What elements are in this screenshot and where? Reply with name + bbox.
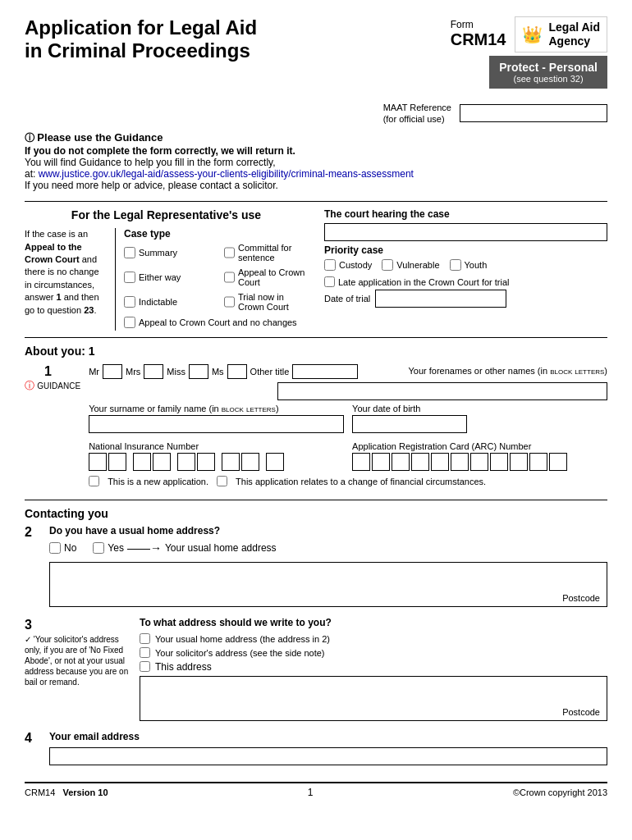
arc-box-9[interactable] xyxy=(510,453,528,471)
q3-opt3-row: This address xyxy=(140,661,607,673)
label-solicitor-addr: Your solicitor's address (see the side n… xyxy=(155,648,325,658)
arc-box-2[interactable] xyxy=(372,453,390,471)
checkbox-new-app[interactable] xyxy=(89,476,99,486)
checkbox-custody[interactable] xyxy=(324,259,336,271)
guidance-title-row: ⓘ Please use the Guidance xyxy=(25,131,607,145)
checkbox-change[interactable] xyxy=(217,476,227,486)
case-type-title: Case type xyxy=(124,228,308,240)
arc-box-8[interactable] xyxy=(490,453,508,471)
box-mrs[interactable] xyxy=(144,364,163,379)
checkbox-youth[interactable] xyxy=(450,259,461,271)
checkbox-trial-crown[interactable] xyxy=(224,296,235,308)
guidance-icon-q1[interactable]: ⓘ GUIDANCE xyxy=(25,379,80,393)
forenames-input[interactable] xyxy=(277,382,607,400)
protect-subtitle: (see question 32) xyxy=(499,74,598,84)
guidance-link[interactable]: www.justice.gov.uk/legal-aid/assess-your… xyxy=(39,168,414,180)
guidance-line3: If you need more help or advice, please … xyxy=(25,180,607,191)
q2-row: 2 Do you have a usual home address? No Y… xyxy=(25,525,607,607)
dob-section: Your date of birth xyxy=(352,404,607,436)
q3-address-input[interactable] xyxy=(140,677,607,720)
about-you-section: About you: 1 1 ⓘ GUIDANCE Mr Mrs Miss Ms… xyxy=(25,345,607,493)
q3-side: 3 ✓ 'Your solicitor's address only, if y… xyxy=(25,617,131,721)
label-vulnerable: Vulnerable xyxy=(396,260,439,270)
q4-content: Your email address xyxy=(49,731,607,769)
checkbox-either-way[interactable] xyxy=(124,272,135,283)
ni-box-5[interactable] xyxy=(177,453,195,471)
label-this-address: This address xyxy=(155,661,212,673)
maat-input[interactable] xyxy=(460,104,607,122)
case-type-summary: Summary xyxy=(124,243,208,262)
checkbox-yes-address[interactable] xyxy=(93,542,104,554)
q4-email-input[interactable] xyxy=(49,747,607,765)
ni-box-8[interactable] xyxy=(241,453,259,471)
priority-youth: Youth xyxy=(450,259,488,271)
checkbox-indictable[interactable] xyxy=(124,296,135,308)
surname-input[interactable] xyxy=(89,415,344,433)
priority-custody: Custody xyxy=(324,259,372,271)
q3-side-note: ✓ 'Your solicitor's address only, if you… xyxy=(25,634,131,687)
dob-input[interactable] xyxy=(352,415,467,433)
other-title-input[interactable] xyxy=(292,364,358,379)
date-trial-input[interactable] xyxy=(375,290,506,308)
ni-box-3[interactable] xyxy=(133,453,151,471)
checkbox-no-address[interactable] xyxy=(49,542,61,554)
postcode-label-q2: Postcode xyxy=(562,593,600,603)
appeal-note: If the case is an Appeal to the Crown Co… xyxy=(25,228,107,331)
checkbox-committal[interactable] xyxy=(224,247,235,258)
arc-box-3[interactable] xyxy=(392,453,410,471)
checkbox-summary[interactable] xyxy=(124,247,135,258)
contacting-title: Contacting you xyxy=(25,507,607,520)
label-trial-crown: Trial now in Crown Court xyxy=(238,292,308,312)
legal-rep-title: For the Legal Representative's use xyxy=(25,208,308,221)
ni-box-6[interactable] xyxy=(197,453,215,471)
q2-label: Do you have a usual home address? xyxy=(49,525,607,536)
box-mr[interactable] xyxy=(103,364,122,379)
new-app-row: This is a new application. This applicat… xyxy=(89,476,607,486)
checkbox-appeal-crown[interactable] xyxy=(224,272,235,283)
home-address-box[interactable]: Postcode xyxy=(49,562,607,607)
arc-box-5[interactable] xyxy=(431,453,449,471)
guidance-title: Please use the Guidance xyxy=(37,131,163,144)
court-section: The court hearing the case Priority case… xyxy=(324,208,607,331)
q2-yes-row: Yes ——→ Your usual home address xyxy=(93,541,276,555)
surname-dob-row: Your surname or family name (in block le… xyxy=(89,404,607,436)
checkbox-usual-home[interactable] xyxy=(140,633,150,644)
box-ms[interactable] xyxy=(227,364,247,379)
title-line1: Application for Legal Aid xyxy=(25,16,257,39)
label-appeal-no-change: Appeal to Crown Court and no changes xyxy=(139,317,297,327)
divider-1 xyxy=(25,201,607,202)
checkbox-vulnerable[interactable] xyxy=(382,259,393,271)
arc-box-1[interactable] xyxy=(352,453,370,471)
checkbox-late-app[interactable] xyxy=(324,276,335,287)
arc-box-7[interactable] xyxy=(470,453,488,471)
home-address-input[interactable] xyxy=(50,563,607,606)
arc-box-4[interactable] xyxy=(411,453,429,471)
q3-address-box[interactable]: Postcode xyxy=(140,676,607,721)
protect-banner: Protect - Personal (see question 32) xyxy=(489,56,607,89)
checkbox-this-address[interactable] xyxy=(140,661,150,672)
label-yes: Yes xyxy=(108,542,124,554)
label-custody: Custody xyxy=(339,260,372,270)
case-type-either-way: Either way xyxy=(124,267,208,287)
box-miss[interactable] xyxy=(189,364,208,379)
page-footer: CRM14 Version 10 1 ©Crown copyright 2013 xyxy=(25,782,607,798)
ni-box-9[interactable] xyxy=(266,453,284,471)
label-summary: Summary xyxy=(139,248,177,258)
ni-box-1[interactable] xyxy=(89,453,107,471)
arc-box-6[interactable] xyxy=(451,453,469,471)
divider-2 xyxy=(25,337,607,338)
arc-box-10[interactable] xyxy=(529,453,547,471)
ni-box-7[interactable] xyxy=(222,453,240,471)
q2-no-row: No xyxy=(49,542,76,554)
court-input[interactable] xyxy=(324,223,607,241)
checkbox-appeal-no-change[interactable] xyxy=(124,317,135,328)
q3-opt1-row: Your usual home address (the address in … xyxy=(140,633,607,644)
label-new-app: This is a new application. xyxy=(108,477,208,486)
q1-content: Mr Mrs Miss Ms Other title Your forename… xyxy=(89,364,607,493)
label-miss: Miss xyxy=(167,367,185,377)
ni-box-4[interactable] xyxy=(153,453,171,471)
arc-box-11[interactable] xyxy=(549,453,567,471)
checkbox-solicitor-addr[interactable] xyxy=(140,647,150,658)
ni-box-2[interactable] xyxy=(108,453,126,471)
label-home-address: Your usual home address xyxy=(165,542,277,554)
